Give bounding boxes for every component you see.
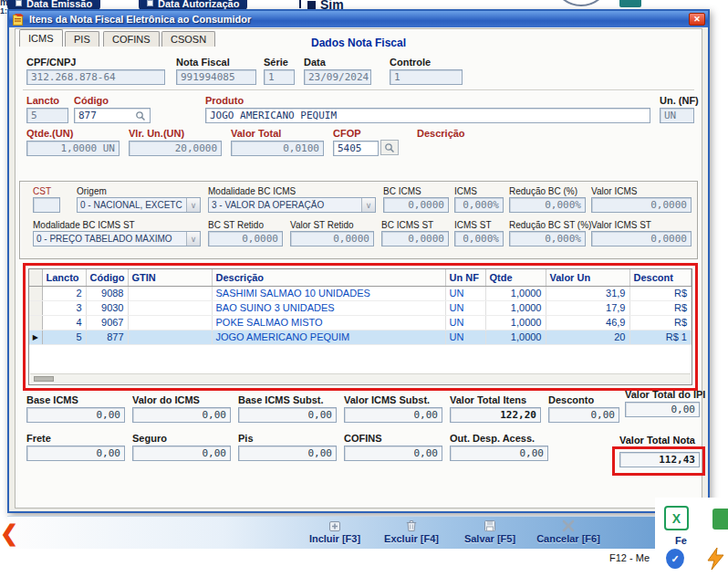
tab-cofins[interactable]: COFINS xyxy=(103,31,160,47)
salvar-button[interactable]: Salvar [F5] xyxy=(454,518,525,549)
valor-icms-input[interactable]: 0,0000 xyxy=(591,197,692,213)
vlr-un-label: Vlr. Un.(UN) xyxy=(129,128,222,140)
data-input[interactable]: 23/09/2024 xyxy=(304,69,371,85)
cst-input[interactable] xyxy=(33,197,60,213)
origem-select[interactable]: 0 - NACIONAL, EXCETC ∨ xyxy=(77,197,201,213)
vlr-un-input[interactable]: 20,0000 xyxy=(129,141,222,156)
grid-cell[interactable]: JOGO AMERICANO PEQUIM xyxy=(212,330,445,344)
grid-cell[interactable]: 17,9 xyxy=(546,300,629,315)
grid-cell[interactable] xyxy=(128,300,212,315)
grid-cell[interactable]: 20 xyxy=(546,330,629,344)
grid-cell[interactable]: 1,0000 xyxy=(485,286,546,300)
cpf-cnpj-input[interactable]: 312.268.878-64 xyxy=(26,69,165,85)
controle-input[interactable]: 1 xyxy=(390,69,463,85)
modalidade-bc-icms-st-select[interactable]: 0 - PREÇO TABELADO MÁXIMO ∨ xyxy=(33,231,201,247)
serie-input[interactable]: 1 xyxy=(264,69,295,85)
modalidade-bc-icms-select[interactable]: 3 - VALOR DA OPERAÇÃO ∨ xyxy=(208,197,376,213)
modalidade-bc-icms-label: Modalidade BC ICMS xyxy=(208,186,296,196)
grid-cell[interactable]: 5 xyxy=(42,330,86,344)
grid-cell[interactable]: 877 xyxy=(86,330,128,344)
cfop-input[interactable]: 5405 xyxy=(333,141,379,156)
grid-cell[interactable]: 4 xyxy=(42,315,86,330)
produto-input[interactable]: JOGO AMERICANO PEQUIM xyxy=(205,108,650,123)
row-selector-arrow[interactable]: ▶ xyxy=(29,330,42,344)
grid-cell[interactable]: R$ xyxy=(629,286,692,300)
table-row[interactable]: 3 9030 BAO SUINO 3 UNIDADES UN 1,0000 17… xyxy=(29,300,692,315)
grid-cell[interactable]: SASHIMI SALMAO 10 UNIDADES xyxy=(212,286,445,300)
grid-cell[interactable]: UN xyxy=(445,315,485,330)
grid-cell[interactable]: 1,0000 xyxy=(485,315,546,330)
cancelar-button[interactable]: Cancelar [F6] xyxy=(533,518,604,549)
chevron-down-icon: ∨ xyxy=(361,198,375,212)
cancelar-button-label: Cancelar [F6] xyxy=(533,533,604,544)
tab-csosn[interactable]: CSOSN xyxy=(161,31,215,47)
codigo-input[interactable]: 877 xyxy=(74,108,151,123)
bc-icms-st-input[interactable]: 0,0000 xyxy=(381,231,449,247)
icms-input[interactable]: 0,000% xyxy=(454,197,504,213)
grid-cell[interactable]: 31,9 xyxy=(546,286,629,300)
bc-icms-input[interactable]: 0,0000 xyxy=(383,197,449,213)
dialog-body: Dados Nota Fiscal CPF/CNPJ 312.268.878-6… xyxy=(9,27,708,511)
grid-cell[interactable]: 46,9 xyxy=(546,315,629,330)
row-selector[interactable] xyxy=(29,300,42,315)
grid-cell[interactable]: R$ xyxy=(629,300,692,315)
icms-st-input[interactable]: 0,000% xyxy=(454,231,504,247)
dialog-itens-nota-fiscal: Itens da Nota Fiscal Eletrônica ao Consu… xyxy=(7,9,710,513)
field-cofins: COFINS 0,00 xyxy=(344,433,442,461)
grid-cell[interactable]: R$ xyxy=(629,315,692,330)
close-icon[interactable]: ✕ xyxy=(689,13,705,26)
grid-cell[interactable] xyxy=(128,330,212,344)
row-selector[interactable] xyxy=(29,315,42,330)
grid-cell[interactable]: 9030 xyxy=(86,300,128,315)
lancto-input[interactable]: 5 xyxy=(26,108,68,123)
fechar-button[interactable]: Fe xyxy=(675,535,687,546)
field-controle: Controle 1 xyxy=(390,57,463,85)
dialog-titlebar[interactable]: Itens da Nota Fiscal Eletrônica ao Consu… xyxy=(9,11,708,27)
table-row[interactable]: 2 9088 SASHIMI SALMAO 10 UNIDADES UN 1,0… xyxy=(29,286,692,300)
scrollbar-thumb[interactable] xyxy=(34,376,54,382)
grid-cell[interactable]: UN xyxy=(445,286,485,300)
search-icon[interactable] xyxy=(135,110,146,121)
col-gtin: GTIN xyxy=(128,269,212,286)
grid-hscrollbar[interactable] xyxy=(30,373,691,383)
grid-cell[interactable]: 9088 xyxy=(86,286,128,300)
back-chevron-icon[interactable]: ❮ xyxy=(0,520,15,548)
tab-pis[interactable]: PIS xyxy=(65,31,99,47)
cfop-search-button[interactable] xyxy=(380,140,399,155)
row-selector[interactable] xyxy=(29,286,42,300)
grid-cell[interactable]: 1,0000 xyxy=(485,330,546,344)
grid-cell[interactable]: 1,0000 xyxy=(485,300,546,315)
un-nf-label: Un. (NF) xyxy=(660,95,694,107)
grid-cell[interactable]: BAO SUINO 3 UNIDADES xyxy=(212,300,445,315)
grid-cell[interactable] xyxy=(128,286,212,300)
table-row-selected[interactable]: ▶ 5 877 JOGO AMERICANO PEQUIM UN 1,0000 … xyxy=(29,330,692,344)
nota-fiscal-input[interactable]: 991994085 xyxy=(176,69,256,85)
green-app-icon[interactable] xyxy=(712,509,728,530)
un-nf-input[interactable]: UN xyxy=(660,108,694,123)
table-row[interactable]: 4 9067 POKE SALMAO MISTO UN 1,0000 46,9 … xyxy=(29,315,692,330)
items-grid[interactable]: Lancto Código GTIN Descrição Un NF Qtde … xyxy=(28,268,692,385)
grid-cell[interactable]: UN xyxy=(445,300,485,315)
reducao-bc-st-input[interactable]: 0,000% xyxy=(509,231,586,247)
incluir-button[interactable]: Incluir [F3] xyxy=(299,518,370,549)
spreadsheet-app-icon[interactable]: X xyxy=(664,506,689,530)
grid-cell[interactable]: 9067 xyxy=(86,315,128,330)
tab-icms[interactable]: ICMS xyxy=(19,29,63,47)
grid-cell[interactable]: UN xyxy=(445,330,485,344)
salvar-button-label: Salvar [F5] xyxy=(454,533,525,544)
dialog-icon xyxy=(13,14,25,26)
valor-icms-st-input[interactable]: 0,0000 xyxy=(591,231,692,247)
field-data: Data 23/09/2024 xyxy=(304,57,371,85)
reducao-bc-input[interactable]: 0,000% xyxy=(509,197,586,213)
grid-cell[interactable]: R$ 1 xyxy=(629,330,692,344)
excluir-button[interactable]: Excluir [F4] xyxy=(376,518,447,549)
valor-st-retido-input[interactable]: 0,0000 xyxy=(290,231,374,247)
grid-cell[interactable] xyxy=(128,315,212,330)
qtde-input[interactable]: 1,0000 UN xyxy=(26,141,120,156)
valor-total-input[interactable]: 0,0100 xyxy=(231,141,324,156)
grid-cell[interactable]: 2 xyxy=(42,286,86,300)
bc-st-retido-input[interactable]: 0,0000 xyxy=(208,231,283,247)
grid-cell[interactable]: POKE SALMAO MISTO xyxy=(212,315,445,330)
orange-tool-icon[interactable] xyxy=(704,547,726,571)
grid-cell[interactable]: 3 xyxy=(42,300,86,315)
